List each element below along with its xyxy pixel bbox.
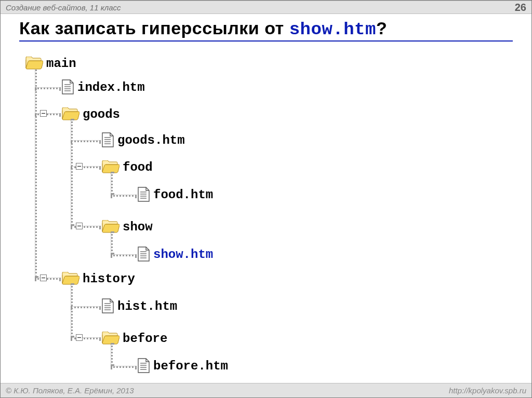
title-prefix: Как записать гиперссылки от [19, 18, 289, 38]
page-number: 26 [515, 2, 526, 13]
file-icon [138, 187, 150, 202]
header-bar: Создание веб-сайтов, 11 класс 26 [1, 1, 531, 14]
collapse-icon[interactable] [76, 163, 83, 170]
file-icon [102, 298, 114, 314]
course-title: Создание веб-сайтов, 11 класс [6, 3, 121, 12]
folder-label-show: show [123, 220, 153, 234]
title-filename: show.htm [289, 20, 376, 39]
folder-label-food: food [123, 160, 153, 174]
file-icon [138, 358, 150, 374]
file-icon [62, 79, 74, 95]
folder-label-main: main [46, 57, 76, 71]
file-label-before-htm: before.htm [153, 359, 228, 373]
copyright: © К.Ю. Поляков, Е.А. Ерёмин, 2013 [6, 386, 134, 395]
file-label-hist-htm: hist.htm [117, 299, 177, 313]
folder-label-goods: goods [83, 107, 120, 121]
folder-label-before: before [123, 332, 167, 346]
file-tree: main index.htm goods goods.htm [19, 50, 513, 377]
title-suffix: ? [376, 18, 387, 38]
file-label-food-htm: food.htm [153, 188, 213, 202]
collapse-icon[interactable] [76, 223, 83, 229]
collapse-icon[interactable] [40, 110, 47, 117]
folder-label-history: history [83, 272, 135, 286]
file-icon [138, 246, 150, 262]
collapse-icon[interactable] [76, 334, 83, 341]
file-label-goods-htm: goods.htm [117, 133, 185, 147]
collapse-icon[interactable] [40, 275, 47, 281]
title-rule [19, 40, 513, 42]
footer-url: http://kpolyakov.spb.ru [449, 386, 526, 395]
page-title: Как записать гиперссылки от show.htm? [19, 18, 513, 39]
file-label-show-htm: show.htm [153, 248, 213, 262]
file-icon [102, 132, 114, 148]
footer-bar: © К.Ю. Поляков, Е.А. Ерёмин, 2013 http:/… [1, 383, 531, 397]
file-label-index: index.htm [77, 80, 145, 94]
folder-icon [25, 57, 43, 70]
